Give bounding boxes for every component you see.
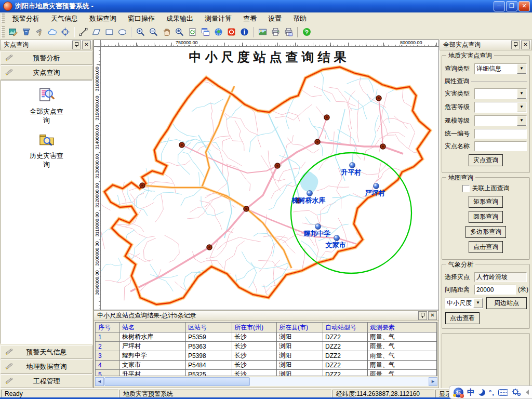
link-above-checkbox[interactable] <box>462 185 470 192</box>
print-icon[interactable] <box>269 25 282 38</box>
scrollbar-track[interactable] <box>250 377 429 386</box>
help-icon[interactable]: ? <box>300 25 313 38</box>
refresh-page-icon[interactable] <box>186 25 199 38</box>
ime-logo-icon[interactable]: 标 <box>454 388 463 397</box>
chevron-down-icon[interactable]: ▼ <box>517 64 526 74</box>
map-query-button-圆形查询[interactable]: 圆形查询 <box>469 211 503 223</box>
hammer-icon[interactable] <box>33 25 46 38</box>
close-icon[interactable]: ✕ <box>521 41 530 49</box>
stop-icon[interactable] <box>225 25 238 38</box>
pin-icon[interactable] <box>418 311 427 320</box>
ime-keyboard-icon[interactable] <box>498 389 508 396</box>
station-marker-耀邦中学[interactable]: 耀邦中学 <box>303 224 330 238</box>
close-button[interactable]: ✕ <box>518 1 530 11</box>
menu-item-5[interactable]: 测量计算 <box>199 13 237 24</box>
menu-item-8[interactable]: 帮助 <box>287 13 312 24</box>
table-row[interactable]: 5升平村P5325长沙浏阳DZZ2雨量、气 <box>96 370 437 377</box>
menu-item-6[interactable]: 查看 <box>237 13 262 24</box>
disaster-query-button[interactable]: 灾点查询 <box>469 154 503 166</box>
map-query-button-矩形查询[interactable]: 矩形查询 <box>469 196 503 208</box>
field-select-危害等级[interactable]: ▼ <box>474 102 527 113</box>
sidebar-section-预警分析[interactable]: 预警分析 <box>1 51 92 65</box>
query-type-select[interactable]: 详细信息 ▼ <box>474 63 527 74</box>
minimize-button[interactable]: ─ <box>494 1 505 11</box>
map-output-icon[interactable] <box>256 25 269 38</box>
draw-polygon-icon[interactable] <box>90 25 103 38</box>
cascade-windows-icon[interactable] <box>199 25 212 38</box>
menu-item-2[interactable]: 数据查询 <box>84 13 122 24</box>
pan-icon[interactable] <box>160 25 173 38</box>
station-marker-严坪村[interactable]: 严坪村 <box>365 183 385 197</box>
disaster-point-marker[interactable] <box>244 206 249 211</box>
table-row[interactable]: 2严坪村P5363长沙浏阳DZZ2雨量、气 <box>96 342 437 351</box>
menu-item-4[interactable]: 成果输出 <box>161 13 199 24</box>
disaster-point-marker[interactable] <box>324 115 329 120</box>
table-row[interactable]: 1株树桥水库P5359长沙浏阳DZZ2雨量、气 <box>96 332 437 342</box>
sidebar-item-历史灾害查询[interactable]: 历史灾害查询 <box>23 132 70 169</box>
restore-button[interactable]: ❐ <box>506 1 517 11</box>
column-header-观测要素[interactable]: 观测要素 <box>368 323 437 332</box>
close-icon[interactable]: ✕ <box>82 41 91 49</box>
sidebar-section-工程管理[interactable]: 工程管理 <box>1 374 92 388</box>
scroll-right-icon[interactable]: ► <box>429 377 437 386</box>
column-header-所在市(州)[interactable]: 所在市(州) <box>232 323 277 332</box>
click-view-button[interactable]: 点击查看 <box>445 312 480 324</box>
column-header-区站号[interactable]: 区站号 <box>186 323 232 332</box>
globe-icon[interactable] <box>212 25 225 38</box>
rain-gauge-icon[interactable] <box>20 25 33 38</box>
station-marker-株树桥水库[interactable]: 株树桥水库 <box>291 191 326 205</box>
chevron-down-icon[interactable]: ▼ <box>473 298 483 308</box>
cloud-icon[interactable] <box>46 25 59 38</box>
column-header-站名[interactable]: 站名 <box>120 323 186 332</box>
menu-item-0[interactable]: 预警分析 <box>7 13 45 24</box>
draw-ellipse-icon[interactable] <box>116 25 129 38</box>
field-input-统一编号[interactable] <box>474 129 527 139</box>
scroll-left-icon[interactable]: ◄ <box>95 377 104 386</box>
info-icon[interactable] <box>238 25 251 38</box>
field-select-灾害类型[interactable]: ▼ <box>474 88 527 99</box>
pin-icon[interactable] <box>72 41 81 49</box>
scale-select[interactable]: 中小尺度 ▼ <box>445 298 483 309</box>
zoom-in-icon[interactable] <box>134 25 147 38</box>
locate-icon[interactable] <box>59 25 72 38</box>
disaster-point-marker[interactable] <box>275 163 280 168</box>
ime-options-gear-icon[interactable] <box>512 388 521 396</box>
chevron-down-icon[interactable]: ▼ <box>517 102 526 112</box>
menu-item-3[interactable]: 窗口操作 <box>122 13 161 24</box>
menu-gripper[interactable] <box>1 14 5 23</box>
print-preview-icon[interactable] <box>282 25 295 38</box>
ime-language-icon[interactable]: 中 <box>467 388 475 397</box>
field-select-规模等级[interactable]: ▼ <box>474 115 527 126</box>
close-icon[interactable]: ✕ <box>428 311 437 320</box>
draw-line-icon[interactable] <box>77 25 90 38</box>
warning-analysis-icon[interactable] <box>7 25 20 38</box>
disaster-point-marker[interactable] <box>207 245 212 250</box>
disaster-point-marker[interactable] <box>315 139 320 144</box>
station-marker-升平村[interactable]: 升平村 <box>341 163 362 177</box>
sidebar-section-灾点查询[interactable]: 灾点查询 <box>1 65 92 79</box>
menu-item-1[interactable]: 天气信息 <box>45 13 84 24</box>
chevron-down-icon[interactable]: ▼ <box>517 89 526 99</box>
map-query-button-多边形查询[interactable]: 多边形查询 <box>466 226 506 238</box>
map-canvas[interactable]: 升平村严坪村株树桥水库耀邦中学文家市 中小尺度站点查询结果 <box>101 47 438 309</box>
pin-icon[interactable] <box>511 41 520 49</box>
ime-collapse-icon[interactable] <box>526 390 529 395</box>
chevron-down-icon[interactable]: ▼ <box>517 116 526 126</box>
ime-punctuation-icon[interactable]: °, <box>489 389 495 396</box>
map-query-button-点击查询[interactable]: 点击查询 <box>469 241 503 253</box>
table-row[interactable]: 4文家市P5484长沙浏阳DZZ2雨量、气 <box>96 361 437 370</box>
column-header-所在县(市)[interactable]: 所在县(市) <box>277 323 323 332</box>
nearby-stations-button[interactable]: 周边站点 <box>486 297 527 309</box>
scrollbar-thumb[interactable] <box>104 377 250 386</box>
draw-rect-icon[interactable] <box>103 25 116 38</box>
table-row[interactable]: 3耀邦中学P5398长沙浏阳DZZ2雨量、气 <box>96 351 437 361</box>
field-input-灾点名称[interactable] <box>474 141 527 151</box>
disaster-point-marker[interactable] <box>140 183 145 188</box>
distance-input[interactable] <box>474 285 516 295</box>
zoom-select-icon[interactable] <box>173 25 186 38</box>
ime-fullwidth-icon[interactable] <box>478 389 485 396</box>
disaster-point-marker[interactable] <box>376 96 381 101</box>
column-header-序号[interactable]: 序号 <box>96 323 120 332</box>
zoom-out-icon[interactable] <box>147 25 160 38</box>
sidebar-section-预警天气信息[interactable]: 预警天气信息 <box>1 345 92 359</box>
